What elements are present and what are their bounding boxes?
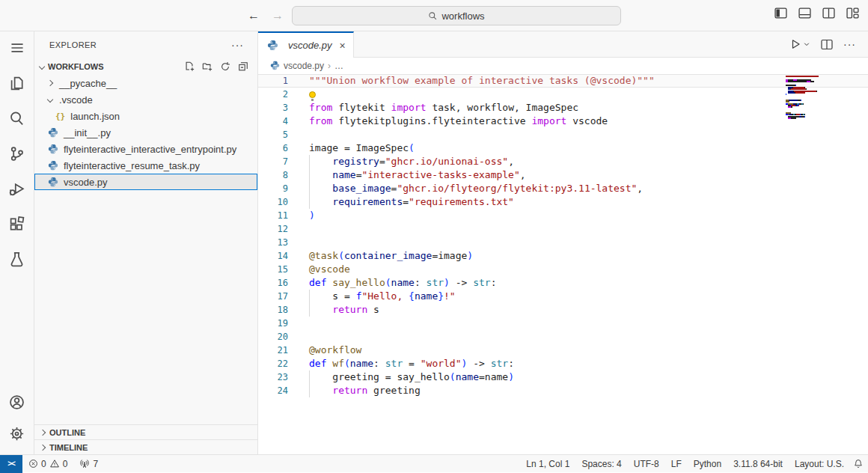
tab-close-icon[interactable]: ×	[340, 40, 346, 52]
tree-item[interactable]: flyteinteractive_interactive_entrypoint.…	[34, 141, 257, 157]
status-cursor-position[interactable]: Ln 1, Col 1	[520, 455, 575, 472]
command-center-search[interactable]: workflows	[292, 6, 621, 25]
line-number[interactable]: 13	[258, 236, 288, 249]
ports-status[interactable]: 7	[73, 455, 104, 472]
code-line[interactable]: 15@vscode	[258, 263, 868, 276]
accounts-icon[interactable]	[5, 390, 29, 414]
tree-item[interactable]: flyteinteractive_resume_task.py	[34, 157, 257, 174]
code-editor[interactable]: 1"""Union workflow example of interactiv…	[258, 73, 868, 454]
code-line[interactable]: 3from flytekit import task, workflow, Im…	[258, 101, 868, 115]
tree-item[interactable]: vscode.py	[34, 174, 257, 190]
code-line[interactable]: 2	[258, 88, 868, 101]
line-number[interactable]: 23	[258, 370, 288, 384]
nav-forward-icon[interactable]: →	[272, 8, 284, 23]
line-number[interactable]: 12	[258, 222, 288, 236]
breadcrumb[interactable]: vscode.py › …	[258, 58, 868, 73]
line-number[interactable]: 7	[258, 155, 288, 168]
code-line[interactable]: 11)	[258, 209, 868, 222]
tab-vscode-py[interactable]: vscode.py ×	[258, 31, 354, 58]
status-eol[interactable]: LF	[665, 455, 688, 472]
line-number[interactable]: 17	[258, 290, 288, 303]
line-number[interactable]: 18	[258, 303, 288, 317]
lightbulb-icon[interactable]	[309, 91, 316, 98]
code-line[interactable]: 17 s = f"Hello, {name}!"	[258, 290, 868, 303]
code-line[interactable]: 9 base_image="ghcr.io/flyteorg/flytekit:…	[258, 182, 868, 195]
customize-layout-icon[interactable]	[846, 7, 859, 19]
toggle-panel-icon[interactable]	[798, 7, 811, 19]
code-line[interactable]: 8 name="interactive-tasks-example",	[258, 168, 868, 182]
line-number[interactable]: 8	[258, 168, 288, 182]
new-file-icon[interactable]	[184, 61, 195, 72]
line-number[interactable]: 22	[258, 357, 288, 370]
explorer-icon[interactable]	[5, 71, 29, 95]
new-folder-icon[interactable]	[202, 61, 213, 72]
code-line[interactable]: 18 return s	[258, 303, 868, 317]
search-sidebar-icon[interactable]	[5, 106, 29, 130]
explorer-more-actions-icon[interactable]: ···	[231, 39, 244, 51]
collapse-all-icon[interactable]	[238, 61, 248, 72]
run-dropdown-chevron-icon[interactable]	[803, 40, 810, 48]
line-number[interactable]: 20	[258, 330, 288, 344]
line-number[interactable]: 24	[258, 384, 288, 397]
line-number[interactable]: 11	[258, 209, 288, 222]
run-and-debug-icon[interactable]	[5, 177, 29, 201]
code-line[interactable]: 16def say_hello(name: str) -> str:	[258, 276, 868, 290]
code-line[interactable]: 23 greeting = say_hello(name=name)	[258, 370, 868, 384]
status-language-mode[interactable]: Python	[688, 455, 727, 472]
code-line[interactable]: 12	[258, 222, 868, 236]
code-line[interactable]: 6image = ImageSpec(	[258, 141, 868, 155]
code-line[interactable]: 24 return greeting	[258, 384, 868, 397]
code-line[interactable]: 13	[258, 236, 868, 249]
line-number[interactable]: 2	[258, 88, 288, 101]
status-encoding[interactable]: UTF-8	[628, 455, 665, 472]
code-line[interactable]: 19	[258, 317, 868, 330]
line-number[interactable]: 21	[258, 344, 288, 357]
code-line[interactable]: 5	[258, 128, 868, 141]
line-number[interactable]: 3	[258, 101, 288, 115]
workspace-section-header[interactable]: WORKFLOWS	[34, 58, 257, 75]
settings-gear-icon[interactable]	[5, 421, 29, 445]
tree-item[interactable]: {}launch.json	[34, 108, 257, 124]
line-number[interactable]: 5	[258, 128, 288, 141]
line-number[interactable]: 10	[258, 195, 288, 209]
code-line[interactable]: 21@workflow	[258, 344, 868, 357]
code-line[interactable]: 20	[258, 330, 868, 344]
run-python-file-icon[interactable]	[789, 38, 801, 50]
split-editor-icon[interactable]	[822, 7, 835, 19]
problems-status[interactable]: 0 0	[22, 455, 73, 472]
testing-icon[interactable]	[5, 247, 29, 271]
source-control-icon[interactable]	[5, 141, 29, 165]
code-line[interactable]: 1"""Union workflow example of interactiv…	[258, 74, 868, 88]
code-line[interactable]: 22def wf(name: str = "world") -> str:	[258, 357, 868, 370]
code-line[interactable]: 10 requirements="requirements.txt"	[258, 195, 868, 209]
line-number[interactable]: 1	[258, 74, 288, 88]
line-number[interactable]: 6	[258, 141, 288, 155]
split-editor-right-icon[interactable]	[821, 39, 833, 50]
tree-item[interactable]: __init__.py	[34, 124, 257, 141]
toggle-sidebar-icon[interactable]	[774, 7, 787, 19]
editor-more-actions-icon[interactable]: ···	[843, 38, 856, 50]
timeline-section-header[interactable]: TIMELINE	[34, 439, 257, 454]
code-line[interactable]: 14@task(container_image=image)	[258, 249, 868, 263]
status-keyboard-layout[interactable]: Layout: U.S.	[789, 455, 850, 472]
outline-section-header[interactable]: OUTLINE	[34, 424, 257, 439]
status-indentation[interactable]: Spaces: 4	[575, 455, 627, 472]
tree-item[interactable]: .vscode	[34, 91, 257, 108]
status-python-interpreter[interactable]: 3.11.8 64-bit	[727, 455, 789, 472]
breadcrumb-symbol[interactable]: …	[334, 61, 343, 71]
line-number[interactable]: 15	[258, 263, 288, 276]
line-number[interactable]: 14	[258, 249, 288, 263]
menu-icon[interactable]	[5, 36, 29, 60]
line-number[interactable]: 16	[258, 276, 288, 290]
code-line[interactable]: 4from flytekitplugins.flyteinteractive i…	[258, 115, 868, 128]
breadcrumb-file[interactable]: vscode.py	[284, 61, 324, 71]
notifications-bell-icon[interactable]	[853, 459, 864, 469]
refresh-icon[interactable]	[220, 61, 230, 72]
extensions-icon[interactable]	[5, 212, 29, 236]
line-number[interactable]: 9	[258, 182, 288, 195]
minimap[interactable]	[786, 76, 858, 120]
nav-back-icon[interactable]: ←	[248, 8, 260, 23]
tree-item[interactable]: __pycache__	[34, 75, 257, 91]
code-line[interactable]: 7 registry="ghcr.io/unionai-oss",	[258, 155, 868, 168]
line-number[interactable]: 19	[258, 317, 288, 330]
